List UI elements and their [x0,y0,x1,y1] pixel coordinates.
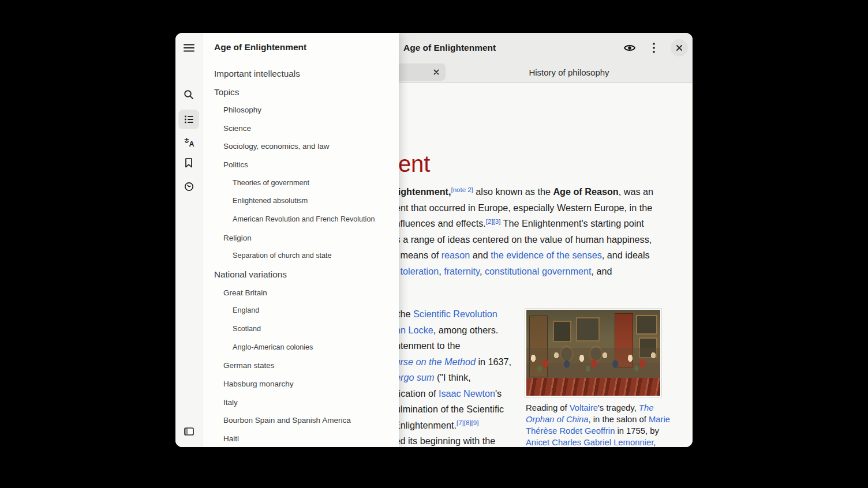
article-line: the Scientific Revolution [398,306,497,322]
article-text: culmination of the Scientific [391,404,504,414]
painting-frame-3 [636,315,657,335]
toc-item-enlightened-absolutism[interactable]: Enlightened absolutism [233,192,308,209]
article-text: in 1637, [476,356,511,367]
article-link[interactable]: Isaac Newton [439,388,495,399]
article-text: Age of Reason [553,186,618,197]
close-window-button[interactable] [671,39,688,57]
article-text: and [470,250,491,260]
toc-item-topics[interactable]: Topics [214,84,239,101]
tab-close-icon [433,69,439,75]
article-link[interactable]: ergo sum [395,372,434,382]
article-text: Reading of [526,403,570,412]
article-text: in 1755, by [615,426,659,436]
article-line: Enlightenment.[7][8][9] [394,418,478,435]
article-link[interactable]: reason [442,250,470,260]
view-toggle-button[interactable] [621,39,638,57]
toc-item-england[interactable]: England [233,302,259,319]
language-icon: A [184,137,194,148]
article-link[interactable]: fraternity [444,266,480,276]
tab-label: History of philosophy [529,67,609,77]
toc-panel: Age of Enlightenment Important intellect… [202,33,399,447]
toc-item-sociology-economics-and-law[interactable]: Sociology, economics, and law [223,137,330,155]
search-button[interactable] [178,85,199,104]
toc-item-science[interactable]: Science [223,119,251,137]
article-line: Anicet Charles Gabriel Lemonnier, [526,437,656,447]
toc-button[interactable] [178,110,199,129]
toc-item-italy[interactable]: Italy [223,393,238,411]
painting-crowd [526,348,660,379]
article-text: , and [591,266,612,276]
desktop-background: { "window": { "title": "Age of Enlighten… [0,0,868,488]
toc-item-philosophy[interactable]: Philosophy [223,101,261,118]
salon-painting-image[interactable] [525,309,661,397]
article-line: as toleration, fraternity, constitutiona… [388,264,612,280]
toc-item-habsburg-monarchy[interactable]: Habsburg monarchy [223,375,294,392]
toc-item-anglo-american-colonies[interactable]: Anglo-American colonies [233,339,313,356]
hamburger-menu-button[interactable] [178,38,199,58]
article-line: Thérèse Rodet Geoffrin in 1755, by [526,425,659,437]
svg-text:A: A [189,140,194,148]
painting-carpet [526,378,660,396]
toc-item-separation-of-church-and-state[interactable]: Separation of church and state [233,247,332,264]
article-link[interactable]: [7][8][9] [457,419,478,426]
article-text: , was an [619,186,653,197]
bookmark-icon [185,158,193,168]
article-text: influences and effects. [393,218,486,228]
sidebar-rail: A [175,33,202,447]
toc-panel-title: Age of Enlightenment [214,42,306,52]
toc-item-politics[interactable]: Politics [223,156,248,173]
article-line: dated its beginning with the [382,433,495,447]
article-text: The Enlightenment's starting point [500,218,643,228]
article-line: by means of reason and the evidence of t… [388,247,650,264]
article-link[interactable]: Orphan of China [526,415,589,424]
article-link[interactable]: [note 2] [451,186,473,193]
article-line: influences and effects.[2][3] The Enligh… [393,216,644,233]
article-text: ("I think, [434,372,470,382]
tab-close-button[interactable] [429,65,443,79]
language-button[interactable]: A [178,133,199,152]
article-link[interactable]: The [639,403,654,412]
eye-icon [623,43,636,52]
article-text: is a range of ideas centered on the valu… [394,234,652,245]
toc-item-theories-of-government[interactable]: Theories of government [233,174,309,192]
article-link[interactable]: toleration [401,266,439,276]
tab-history-of-philosophy[interactable]: History of philosophy [448,62,690,82]
article-link[interactable]: Voltaire [570,403,598,412]
article-link[interactable]: the evidence of the senses [491,250,602,260]
sidebar-toggle-button[interactable] [178,422,199,441]
history-button[interactable] [178,177,199,196]
search-icon [184,89,194,100]
article-line: Orphan of China, in the salon of Marie [526,414,670,425]
toc-item-religion[interactable]: Religion [223,229,252,246]
toc-item-great-britain[interactable]: Great Britain [223,284,267,301]
main-menu-button[interactable] [645,39,663,57]
article-link[interactable]: Marie [649,415,670,424]
toc-item-haiti[interactable]: Haiti [223,430,239,447]
article-text: 's [495,388,502,399]
toc-item-scotland[interactable]: Scotland [233,320,261,337]
sidebar-toggle-icon [184,427,194,436]
article-link[interactable]: Scientific Revolution [413,309,497,319]
toc-item-german-states[interactable]: German states [223,356,275,374]
history-clock-icon [184,182,194,192]
toc-item-national-variations[interactable]: National variations [214,266,287,283]
article-text: dated its beginning with the [382,436,495,446]
toc-item-american-revolution-and-french-revolution[interactable]: American Revolution and French Revolutio… [233,211,375,228]
article-link[interactable]: Thérèse Rodet Geoffrin [526,426,615,436]
article-line: is a range of ideas centered on the valu… [394,232,652,248]
article-text: , in the salon of [589,415,649,424]
bookmarks-button[interactable] [178,153,199,172]
article-link[interactable]: constitutional government [485,266,591,276]
article-link[interactable]: [2][3] [486,218,501,225]
toc-item-important-intellectuals[interactable]: Important intellectuals [214,65,300,82]
article-line: movement that occurred in Europe, especi… [365,200,652,216]
article-text: , [480,266,485,276]
article-line: Reading of Voltaire's tragedy, The [526,402,653,414]
toc-item-bourbon-spain-and-spanish-america[interactable]: Bourbon Spain and Spanish America [223,411,351,429]
article-text: , among others. [433,325,498,335]
article-text: movement that occurred in Europe, especi… [365,202,652,213]
kebab-menu-icon [652,42,656,54]
toc-sidebar-overlay: Age of Enlightenment Important intellect… [175,33,398,447]
article-line: culmination of the Scientific [391,401,504,418]
article-link[interactable]: Anicet Charles Gabriel Lemonnier [526,438,653,447]
